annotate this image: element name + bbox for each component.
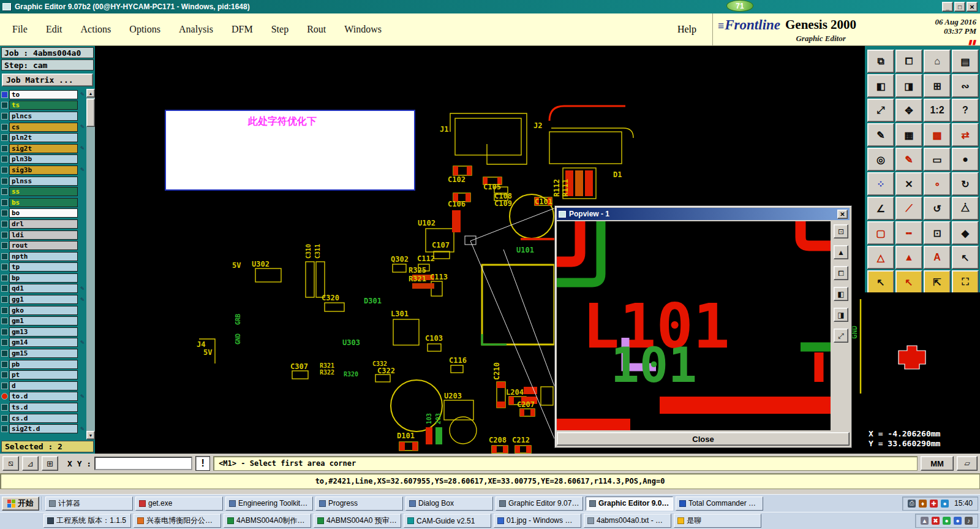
stack-icon[interactable]: ⧊ <box>952 197 979 220</box>
menu-step[interactable]: Step <box>271 24 288 35</box>
pan-move-icon[interactable]: ✥ <box>895 99 922 122</box>
layer-row-bs[interactable]: bs <box>1 197 86 208</box>
layer-row-pln3b[interactable]: pln3b <box>1 154 86 165</box>
taskbar-item[interactable]: Graphic Editor 9.07b2 (... <box>496 497 583 511</box>
layer-toggle[interactable] <box>1 242 8 249</box>
layer-row-sig2t[interactable]: sig2t✎ <box>1 143 86 154</box>
text-a-icon[interactable]: A <box>924 246 951 269</box>
frame-icon[interactable]: ▢ <box>867 221 894 245</box>
layer-toggle[interactable] <box>1 113 8 120</box>
taskbar-item[interactable]: get.exe <box>135 497 223 511</box>
grid-snap-icon[interactable]: ▩ <box>924 123 951 147</box>
layer-row-ts.d[interactable]: ts.d <box>1 402 86 413</box>
triangle-fill-icon[interactable]: ▲ <box>895 246 922 269</box>
grid-icon[interactable]: ▦ <box>895 123 922 147</box>
popview-expand-button[interactable]: ⤢ <box>834 329 848 343</box>
triangle-icon[interactable]: △ <box>867 246 894 269</box>
tray-icon[interactable]: ⎙ <box>908 500 916 508</box>
popview-titlebar[interactable]: Popview - 1 ✕ <box>557 208 850 220</box>
layer-toggle[interactable] <box>1 221 8 227</box>
layer-toggle[interactable] <box>1 318 8 324</box>
popview-next-button[interactable]: ◨ <box>834 308 848 322</box>
taskbar-item[interactable]: Progress <box>315 497 403 511</box>
delete-icon[interactable]: ✕ <box>895 172 922 196</box>
taskbar-item[interactable]: 工程系统 版本：1.1.5 <box>43 514 131 528</box>
help-icon[interactable]: ? <box>952 99 979 122</box>
layer-row-qd1[interactable]: qd1✎ <box>1 284 86 294</box>
select-add-icon[interactable]: ↖ <box>895 270 922 294</box>
layer-row-cs.d[interactable]: cs.d <box>1 413 86 424</box>
layer-toggle[interactable] <box>1 253 8 260</box>
layer-toggle[interactable] <box>1 296 8 303</box>
menu-file[interactable]: File <box>12 24 28 35</box>
layer-toggle[interactable] <box>1 393 8 400</box>
pan-left-icon[interactable]: ◧ <box>867 74 894 97</box>
layer-row-gm13[interactable]: gm13 <box>1 327 86 337</box>
cursor-icon[interactable]: ↖ <box>952 246 979 269</box>
job-matrix-button[interactable]: Job Matrix ... <box>2 74 93 86</box>
fill-icon[interactable]: ◆ <box>952 221 979 245</box>
taskbar-item[interactable]: Graphic Editor 9.07b... <box>586 497 673 511</box>
layer-row-gko[interactable]: gko <box>1 305 86 316</box>
select-icon[interactable]: ↖ <box>867 270 894 294</box>
pen-icon[interactable]: ✎ <box>867 123 894 147</box>
menu-help[interactable]: Help <box>677 24 712 35</box>
layer-row-d[interactable]: d <box>1 381 86 391</box>
layer-row-to[interactable]: to✎ <box>1 89 86 100</box>
tray-icon[interactable]: ▲ <box>921 517 929 525</box>
layer-row-cs[interactable]: cs✎ <box>1 122 86 132</box>
layer-toggle[interactable] <box>1 145 8 152</box>
layer-toggle[interactable] <box>1 307 8 314</box>
home-icon[interactable]: ⌂ <box>924 50 951 73</box>
layer-toggle[interactable] <box>1 91 8 98</box>
taskbar-item[interactable]: CAM-Guide v2.51 <box>404 514 491 528</box>
layer-row-ss[interactable]: ss <box>1 186 86 197</box>
layer-toggle[interactable] <box>1 339 8 346</box>
layer-toggle[interactable] <box>1 167 8 173</box>
pan-right-icon[interactable]: ◨ <box>895 74 922 97</box>
layer-row-plncs[interactable]: plncs <box>1 111 86 121</box>
layer-row-ts[interactable]: ts <box>1 101 86 111</box>
redo-icon[interactable]: ↻ <box>952 172 979 196</box>
layer-row-bo[interactable]: bo <box>1 208 86 219</box>
layer-toggle[interactable] <box>1 178 8 185</box>
tray-icon[interactable]: ✖ <box>932 517 940 525</box>
ruler-icon[interactable]: ▭ <box>924 148 951 171</box>
tray-icon[interactable]: ♦ <box>919 500 927 508</box>
popview-monitor-button[interactable]: ⧠ <box>834 266 848 280</box>
layer-toggle[interactable] <box>1 264 8 270</box>
zoom-ratio-icon[interactable]: 1:2 <box>924 99 951 122</box>
list-view-icon[interactable]: ▤ <box>952 50 979 73</box>
pan-hand-icon[interactable]: ⛶ <box>952 270 979 294</box>
scroll-track[interactable] <box>86 97 95 431</box>
layer-swap-icon[interactable]: ⇄ <box>952 123 979 147</box>
maximize-button[interactable]: □ <box>954 2 965 12</box>
zoom-fit-icon[interactable]: ⤢ <box>867 99 894 122</box>
taskbar-item[interactable]: Dialog Box <box>405 497 493 511</box>
taskbar-item[interactable]: Engineering Toolkit 9.0... <box>225 497 313 511</box>
taskbar-item[interactable]: Total Commander 7.0 ... <box>676 497 763 511</box>
layer-row-drl[interactable]: drl <box>1 219 86 229</box>
popview-capture-button[interactable]: ⊡ <box>834 224 848 238</box>
xy-input[interactable] <box>94 457 192 470</box>
layer-toggle[interactable] <box>1 361 8 368</box>
tray-icon[interactable]: ● <box>943 517 951 525</box>
layer-toggle[interactable] <box>1 210 8 216</box>
measure-icon[interactable]: ⊡ <box>924 221 951 245</box>
menu-rout[interactable]: Rout <box>307 24 326 35</box>
scroll-thumb[interactable] <box>86 99 95 127</box>
scroll-up-icon[interactable]: ▲ <box>86 89 95 97</box>
zoom-mode-icon[interactable]: ⊿ <box>22 456 39 471</box>
layer-row-gm1[interactable]: gm1 <box>1 316 86 326</box>
popview-close-icon[interactable]: ✕ <box>837 210 848 219</box>
tray-icon[interactable]: ✚ <box>930 500 938 508</box>
layer-toggle[interactable] <box>1 232 8 238</box>
layer-toggle[interactable] <box>1 156 8 162</box>
taskbar-item[interactable]: 计算器 <box>45 497 133 511</box>
menu-actions[interactable]: Actions <box>81 24 111 35</box>
minimize-button[interactable]: _ <box>942 2 953 12</box>
curve-icon[interactable]: ∾ <box>952 74 979 97</box>
layer-row-pb[interactable]: pb <box>1 359 86 370</box>
taskbar-item[interactable]: 4ABMS004A0 预审指示 <box>314 514 401 528</box>
start-button[interactable]: 开始 <box>2 497 39 511</box>
